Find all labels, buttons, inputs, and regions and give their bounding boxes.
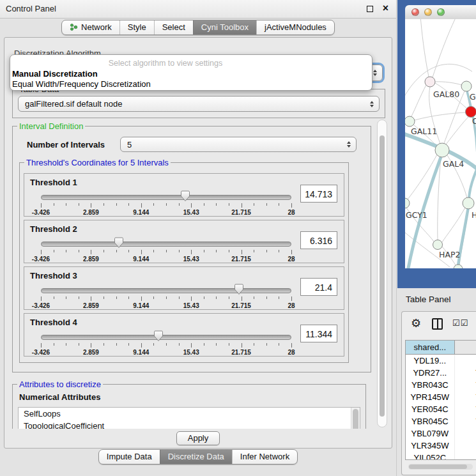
slider-tick [179, 343, 180, 346]
cell-shared-name[interactable]: YER054C [406, 403, 455, 415]
network-node-hap2[interactable] [433, 240, 443, 250]
table-row[interactable]: YBR043CYBR0 [406, 379, 476, 391]
column-header-name[interactable]: name [455, 341, 476, 354]
network-node-gcy1[interactable] [405, 198, 410, 208]
settings-scroll-area: Interval Definition Number of Intervals … [8, 118, 388, 429]
table-panel-header: Table Panel [396, 289, 476, 309]
table-row[interactable]: YDL19...YDL1 [406, 355, 476, 367]
network-node-h[interactable] [463, 197, 474, 209]
table-horizontal-scrollbar[interactable] [408, 464, 473, 470]
cell-shared-name[interactable]: YBR045C [406, 415, 455, 427]
table-row[interactable]: YER054CYER0 [406, 403, 476, 415]
slider-thumb[interactable] [181, 190, 190, 202]
cell-shared-name[interactable]: YLR345W [406, 440, 455, 452]
table-data-combobox[interactable]: galFiltered.sif default node [18, 96, 380, 112]
slider-tick [153, 343, 154, 346]
table-row[interactable]: YPR145WYPR1 [406, 391, 476, 403]
cell-name[interactable]: YBR0 [455, 415, 476, 427]
cell-name[interactable]: YDL1 [455, 355, 476, 367]
apply-button[interactable]: Apply [176, 431, 220, 445]
cell-name[interactable]: YDR2 [455, 367, 476, 379]
tab-infer-network[interactable]: Infer Network [232, 450, 297, 464]
scrollbar-thumb[interactable] [380, 135, 385, 417]
num-intervals-combobox[interactable]: 5 [120, 137, 357, 152]
close-traffic-light-icon[interactable] [411, 8, 419, 16]
network-node[interactable] [454, 265, 463, 268]
table-row[interactable]: YBR045CYBR0 [406, 415, 476, 427]
table-row[interactable]: YLR345WYLR3 [406, 440, 476, 452]
tab-select[interactable]: Select [154, 20, 193, 35]
table-row[interactable]: YIL052CYIL0 [406, 452, 476, 460]
axis-tick-label: 28 [288, 209, 295, 216]
slider-thumb[interactable] [114, 237, 123, 249]
cell-shared-name[interactable]: YDL19... [406, 355, 455, 367]
tab-jactivemnodules[interactable]: jActiveMNodules [256, 20, 334, 35]
cell-name[interactable]: YPR1 [455, 391, 476, 403]
minimize-traffic-light-icon[interactable] [424, 8, 432, 16]
threshold-value-field[interactable]: 21.4 [300, 278, 337, 296]
network-node-c[interactable] [466, 107, 476, 118]
table-row[interactable]: YBL079WYBL0 [406, 427, 476, 440]
cell-name[interactable]: YBR0 [455, 379, 476, 391]
tab-discretize-data[interactable]: Discretize Data [160, 450, 232, 464]
attribute-list-scrollbar[interactable] [351, 408, 360, 429]
numerical-attributes-label: Numerical Attributes [19, 392, 360, 402]
close-icon[interactable]: × [383, 2, 388, 15]
network-node-gal4[interactable] [435, 143, 449, 157]
interval-definition-group: Interval Definition Number of Intervals … [12, 126, 371, 372]
slider-tick [216, 203, 217, 206]
network-edge [446, 116, 469, 144]
slider-tick [54, 203, 54, 206]
gear-icon[interactable]: ⚙ [411, 316, 421, 330]
float-window-icon[interactable] [367, 6, 373, 12]
threshold-slider-3[interactable]: -3.4262.8599.14415.4321.71528 [41, 286, 291, 307]
attribute-list-item[interactable]: TopologicalCoefficient [19, 420, 360, 429]
cell-name[interactable]: YBL0 [455, 427, 476, 440]
network-node-gal11[interactable] [405, 116, 415, 127]
network-node-gal80[interactable] [425, 77, 435, 87]
network-window-titlebar[interactable] [405, 5, 476, 20]
threshold-slider-1[interactable]: -3.4262.8599.14415.4321.71528 [41, 193, 291, 213]
table-row[interactable]: YDR27...YDR2 [406, 367, 476, 379]
slider-thumb[interactable] [234, 284, 243, 295]
algorithm-option[interactable]: Equal Width/Frequency Discretization [12, 79, 370, 89]
threshold-value-field[interactable]: 14.713 [300, 185, 337, 203]
threshold-value-field[interactable]: 6.316 [300, 231, 337, 249]
algorithm-option[interactable]: Manual Discretization [12, 69, 370, 79]
slider-tick [128, 343, 129, 346]
zoom-traffic-light-icon[interactable] [437, 8, 445, 16]
cell-shared-name[interactable]: YBL079W [406, 427, 455, 440]
cell-name[interactable]: YLR3 [455, 440, 476, 452]
slider-thumb[interactable] [154, 330, 164, 342]
network-canvas[interactable]: GAL80GCGAL11GAL4GCY1HHAP2 [405, 19, 476, 268]
tab-cyni-toolbox[interactable]: Cyni Toolbox [193, 20, 256, 35]
cell-shared-name[interactable]: YIL052C [406, 452, 455, 460]
checkbox-columns-icon[interactable]: ☑☑ [452, 318, 468, 328]
slider-track[interactable] [41, 335, 291, 340]
tab-impute-data[interactable]: Impute Data [99, 450, 160, 464]
threshold-slider-2[interactable]: -3.4262.8599.14415.4321.71528 [41, 240, 291, 260]
threshold-slider-4[interactable]: -3.4262.8599.14415.4321.71528 [41, 333, 291, 353]
slider-track[interactable] [41, 195, 291, 200]
cell-shared-name[interactable]: YDR27... [406, 367, 455, 379]
slider-track[interactable] [41, 288, 291, 293]
slider-tick [216, 343, 217, 346]
axis-tick-label: 21.715 [231, 256, 251, 263]
column-header-shared[interactable]: shared... [406, 341, 455, 354]
settings-vertical-scrollbar[interactable] [377, 119, 387, 427]
axis-tick-label: 2.859 [83, 256, 99, 263]
scrollbar-thumb[interactable] [409, 464, 467, 469]
threshold-value-field[interactable]: 11.344 [300, 325, 337, 342]
tab-network[interactable]: Network [62, 20, 119, 35]
cell-shared-name[interactable]: YBR043C [406, 379, 455, 391]
cell-name[interactable]: YIL0 [455, 452, 476, 460]
tab-style[interactable]: Style [119, 20, 154, 35]
axis-tick-label: 2.859 [83, 302, 99, 309]
column-layout-icon[interactable] [432, 318, 443, 330]
slider-tick [204, 250, 204, 252]
attribute-list-item[interactable]: SelfLoops [19, 408, 360, 420]
network-node-g[interactable] [461, 81, 472, 91]
slider-track[interactable] [41, 242, 291, 247]
cell-shared-name[interactable]: YPR145W [406, 391, 455, 403]
cell-name[interactable]: YER0 [455, 403, 476, 415]
